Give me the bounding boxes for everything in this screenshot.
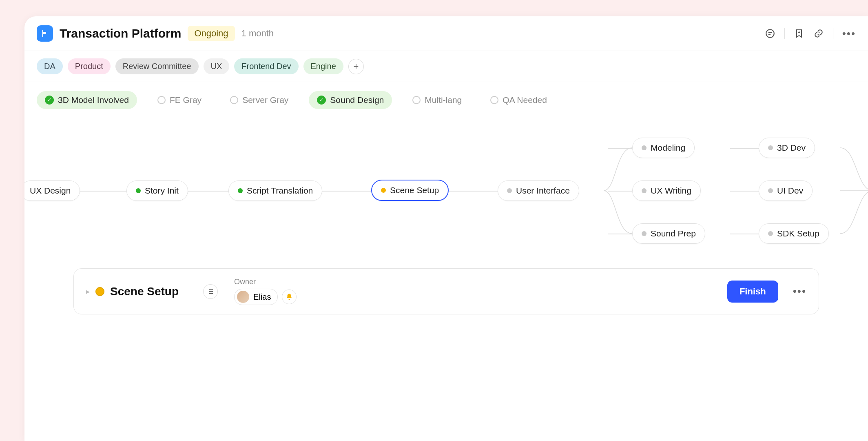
project-flag-icon <box>37 25 53 42</box>
node-label: User Interface <box>516 186 570 196</box>
node-label: Sound Prep <box>651 229 696 238</box>
detail-panel: ▸ Scene Setup Owner Elias <box>73 268 819 314</box>
tag-engine[interactable]: Engine <box>303 58 343 74</box>
filter-label: QA Needed <box>503 95 547 105</box>
detail-panel-wrap: ▸ Scene Setup Owner Elias <box>24 268 868 314</box>
detail-title: Scene Setup <box>110 285 179 298</box>
unchecked-icon <box>157 96 166 104</box>
filter-sound-design[interactable]: Sound Design <box>309 91 392 109</box>
node-ui-dev[interactable]: UI Dev <box>759 180 813 201</box>
filter-label: Multi-lang <box>425 95 462 105</box>
app-window: Transaction Platform Ongoing 1 month •••… <box>24 16 868 441</box>
node-modeling[interactable]: Modeling <box>632 138 695 158</box>
filter-label: FE Gray <box>170 95 202 105</box>
status-dot-icon <box>507 188 512 193</box>
status-dot-icon <box>768 231 773 236</box>
node-label: Story Init <box>145 186 179 196</box>
check-icon <box>317 96 326 105</box>
filter-row: 3D Model Involved FE Gray Server Gray So… <box>24 82 868 121</box>
header-actions: ••• <box>765 27 856 40</box>
owner-chip[interactable]: Elias <box>234 289 278 305</box>
status-dot-icon <box>768 188 773 193</box>
node-scene-setup[interactable]: Scene Setup <box>371 180 449 201</box>
tag-row: DA Product Review Committee UX Frontend … <box>24 51 868 82</box>
duration-text: 1 month <box>241 28 274 39</box>
owner-name: Elias <box>253 292 271 302</box>
tag-ux[interactable]: UX <box>204 58 230 74</box>
detail-heading: ▸ Scene Setup <box>86 285 179 298</box>
status-badge: Ongoing <box>188 26 235 41</box>
check-icon <box>45 96 54 105</box>
node-label: Scene Setup <box>390 185 439 195</box>
node-label: UX Writing <box>651 186 691 196</box>
node-story-init[interactable]: Story Init <box>126 180 188 201</box>
node-user-interface[interactable]: User Interface <box>498 180 579 201</box>
more-icon[interactable]: ••• <box>842 27 856 40</box>
node-ux-design[interactable]: UX Design <box>24 180 80 201</box>
node-label: UX Design <box>30 186 71 196</box>
status-dot-icon <box>642 231 647 236</box>
filter-label: 3D Model Involved <box>58 95 129 105</box>
status-dot-icon <box>95 287 104 296</box>
bell-icon-button[interactable] <box>282 290 297 304</box>
status-dot-icon <box>642 145 647 150</box>
caret-right-icon[interactable]: ▸ <box>86 287 90 296</box>
owner-block: Owner Elias <box>234 278 297 305</box>
status-dot-icon <box>381 188 386 193</box>
filter-qa-needed[interactable]: QA Needed <box>482 91 555 109</box>
project-title: Transaction Platform <box>60 27 181 40</box>
unchecked-icon <box>230 96 238 104</box>
owner-label: Owner <box>234 278 297 286</box>
node-label: 3D Dev <box>777 143 806 153</box>
filter-3d-model[interactable]: 3D Model Involved <box>37 91 137 109</box>
node-script-translation[interactable]: Script Translation <box>228 180 322 201</box>
status-dot-icon <box>238 188 243 193</box>
node-ux-writing[interactable]: UX Writing <box>632 180 701 201</box>
filter-label: Server Gray <box>242 95 288 105</box>
add-tag-button[interactable]: + <box>348 59 364 74</box>
node-label: SDK Setup <box>777 229 819 238</box>
status-dot-icon <box>768 145 773 150</box>
tag-frontend-dev[interactable]: Frontend Dev <box>234 58 298 74</box>
tag-product[interactable]: Product <box>68 58 111 74</box>
finish-button[interactable]: Finish <box>727 281 778 303</box>
filter-server-gray[interactable]: Server Gray <box>222 91 297 109</box>
status-dot-icon <box>642 188 647 193</box>
workflow-canvas[interactable]: UX Design Story Init Script Translation … <box>24 121 868 268</box>
list-icon-button[interactable] <box>203 284 218 299</box>
node-label: Modeling <box>651 143 685 153</box>
node-sound-prep[interactable]: Sound Prep <box>632 223 705 244</box>
svg-point-0 <box>766 29 774 38</box>
node-label: UI Dev <box>777 186 803 196</box>
node-sdk-setup[interactable]: SDK Setup <box>759 223 829 244</box>
tag-review[interactable]: Review Committee <box>115 58 199 74</box>
avatar-icon <box>237 291 249 303</box>
filter-fe-gray[interactable]: FE Gray <box>149 91 210 109</box>
link-icon[interactable] <box>813 28 824 39</box>
status-dot-icon <box>136 188 141 193</box>
unchecked-icon <box>412 96 421 104</box>
bookmark-icon[interactable] <box>794 28 804 39</box>
comment-icon[interactable] <box>765 28 775 39</box>
more-icon[interactable]: ••• <box>793 285 806 298</box>
tag-da[interactable]: DA <box>37 58 63 74</box>
unchecked-icon <box>490 96 498 104</box>
filter-multi-lang[interactable]: Multi-lang <box>404 91 470 109</box>
filter-label: Sound Design <box>330 95 384 105</box>
header-bar: Transaction Platform Ongoing 1 month ••• <box>24 16 868 51</box>
node-label: Script Translation <box>247 186 313 196</box>
node-3d-dev[interactable]: 3D Dev <box>759 138 815 158</box>
